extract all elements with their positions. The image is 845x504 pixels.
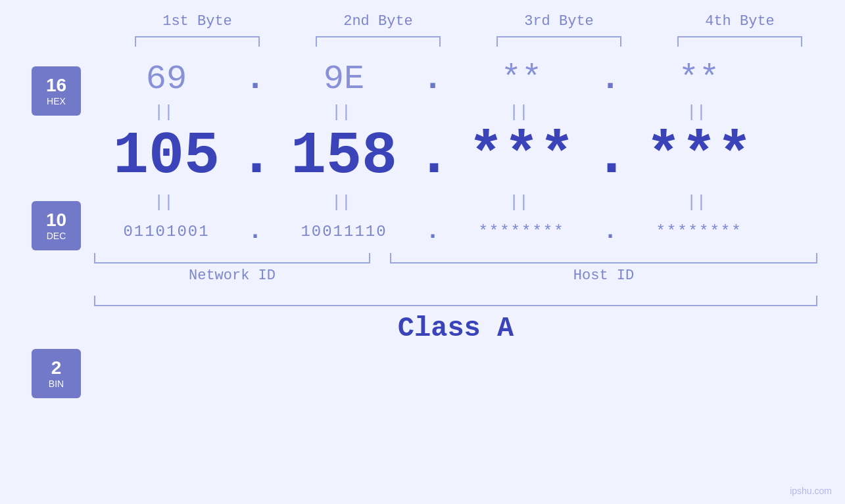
bin-b4: ******** — [627, 223, 771, 241]
watermark: ipshu.com — [790, 486, 832, 496]
byte1-header: 1st Byte — [125, 13, 270, 30]
dec-b3: *** — [449, 127, 594, 186]
bin-b3: ******** — [449, 223, 594, 241]
dec-dot3: . — [594, 127, 627, 186]
eq1-b4: || — [627, 101, 771, 122]
dec-b2: 158 — [272, 127, 416, 186]
class-label: Class A — [94, 313, 817, 344]
bin-row: 01101001 . 10011110 . ******** . *******… — [94, 218, 817, 245]
dec-base-label: DEC — [47, 231, 66, 241]
hex-b4: ** — [627, 60, 771, 99]
dec-base-number: 10 — [46, 210, 66, 231]
hex-badge: 16 HEX — [32, 66, 81, 116]
eq2-b2: || — [272, 191, 416, 212]
class-bracket — [94, 296, 817, 306]
bracket-gap — [370, 253, 390, 263]
bin-dot3: . — [594, 218, 627, 245]
byte3-header: 3rd Byte — [487, 13, 631, 30]
bracket-bottom-host — [390, 253, 817, 263]
network-id-label: Network ID — [94, 267, 370, 284]
bin-badge: 2 BIN — [32, 349, 81, 398]
id-labels-row: Network ID Host ID — [94, 267, 817, 284]
top-brackets — [107, 36, 831, 47]
equals-row-1: || || || || — [94, 101, 817, 122]
bottom-brackets-row — [94, 253, 817, 263]
dec-b4: *** — [627, 127, 771, 186]
eq1-b3: || — [449, 101, 594, 122]
main-container: 1st Byte 2nd Byte 3rd Byte 4th Byte 16 H… — [0, 0, 845, 504]
dec-b1: 105 — [94, 127, 239, 186]
byte2-header: 2nd Byte — [306, 13, 450, 30]
bracket-bottom-network — [94, 253, 370, 263]
id-labels-gap — [370, 267, 390, 284]
hex-base-label: HEX — [47, 96, 66, 106]
dec-dot2: . — [416, 127, 449, 186]
bin-base-number: 2 — [51, 358, 62, 378]
host-id-label: Host ID — [390, 267, 817, 284]
hex-dot1: . — [239, 60, 272, 99]
bracket-top-2 — [316, 36, 441, 47]
hex-b2: 9E — [272, 60, 416, 99]
bin-dot1: . — [239, 218, 272, 245]
bracket-top-1 — [135, 36, 260, 47]
byte-headers: 1st Byte 2nd Byte 3rd Byte 4th Byte — [107, 13, 831, 30]
bin-base-label: BIN — [49, 378, 64, 389]
dec-dot1: . — [239, 127, 272, 186]
byte4-header: 4th Byte — [667, 13, 812, 30]
eq1-b1: || — [94, 101, 239, 122]
content-area: 16 HEX 10 DEC 2 BIN 69 . 9E . ** — [0, 60, 845, 398]
eq2-b3: || — [449, 191, 594, 212]
bin-b1: 01101001 — [94, 223, 239, 241]
dec-badge: 10 DEC — [32, 201, 81, 250]
base-badges: 16 HEX 10 DEC 2 BIN — [32, 66, 81, 398]
hex-dot3: . — [594, 60, 627, 99]
eq1-b2: || — [272, 101, 416, 122]
hex-dot2: . — [416, 60, 449, 99]
hex-row: 69 . 9E . ** . ** — [94, 60, 817, 99]
eq2-b1: || — [94, 191, 239, 212]
equals-row-2: || || || || — [94, 191, 817, 212]
bracket-top-3 — [496, 36, 621, 47]
dec-row: 105 . 158 . *** . *** — [94, 127, 817, 186]
data-rows: 69 . 9E . ** . ** || || || || 105 — [94, 60, 817, 344]
bracket-top-4 — [677, 36, 802, 47]
hex-b3: ** — [449, 60, 594, 99]
hex-base-number: 16 — [46, 76, 66, 96]
bin-b2: 10011110 — [272, 223, 416, 241]
hex-b1: 69 — [94, 60, 239, 99]
bin-dot2: . — [416, 218, 449, 245]
eq2-b4: || — [627, 191, 771, 212]
